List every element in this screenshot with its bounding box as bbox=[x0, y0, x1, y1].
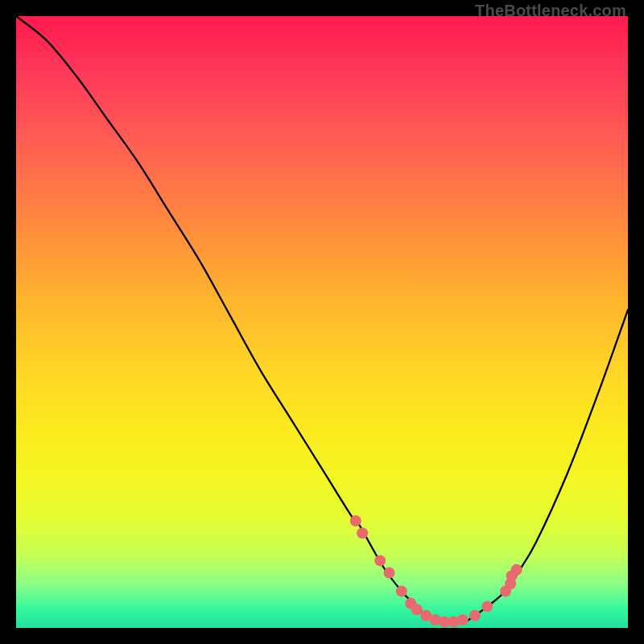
chart-gradient-background bbox=[16, 16, 628, 628]
attribution-text: TheBottleneck.com bbox=[475, 2, 626, 20]
chart-frame bbox=[16, 16, 628, 628]
